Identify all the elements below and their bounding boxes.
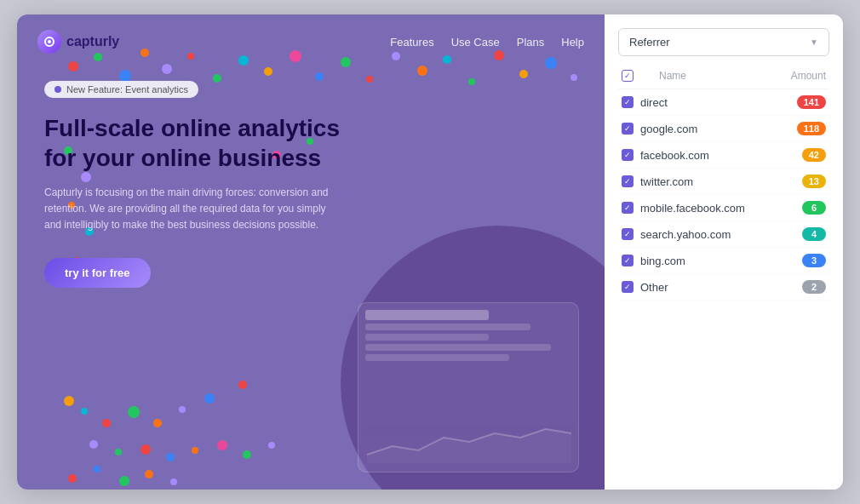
logo-icon bbox=[37, 30, 61, 54]
table-row: ✓ bing.com 3 bbox=[618, 248, 829, 274]
cta-button[interactable]: try it for free bbox=[44, 258, 151, 288]
check-icon: ✓ bbox=[624, 257, 631, 265]
referrer-name: bing.com bbox=[640, 255, 802, 267]
nav-features[interactable]: Features bbox=[390, 36, 433, 49]
dashboard-mockup bbox=[358, 302, 579, 472]
check-icon: ✓ bbox=[624, 152, 631, 159]
navbar: capturly Features Use Case Plans Help bbox=[17, 14, 605, 54]
decorative-dot bbox=[94, 466, 100, 472]
nav-help[interactable]: Help bbox=[561, 36, 584, 49]
table-row: ✓ Other 2 bbox=[618, 274, 829, 301]
decorative-dot bbox=[170, 478, 177, 485]
main-wrapper: capturly Features Use Case Plans Help Ne… bbox=[17, 14, 843, 490]
row-checkbox[interactable]: ✓ bbox=[622, 255, 634, 266]
row-checkbox[interactable]: ✓ bbox=[622, 149, 634, 161]
row-checkbox[interactable]: ✓ bbox=[622, 281, 634, 293]
hero-title: Full-scale online analyticsfor your onli… bbox=[44, 113, 577, 173]
hero-tag: New Feature: Event analytics bbox=[44, 81, 198, 98]
nav-plans[interactable]: Plans bbox=[517, 36, 545, 49]
col-name-header: Name bbox=[659, 70, 791, 82]
decorative-dot bbox=[238, 381, 247, 389]
decorative-dot bbox=[204, 393, 215, 404]
row-checkbox[interactable]: ✓ bbox=[622, 175, 634, 187]
check-icon: ✓ bbox=[624, 99, 631, 106]
check-icon: ✓ bbox=[624, 178, 631, 186]
row-checkbox[interactable]: ✓ bbox=[622, 123, 634, 135]
referrer-name: direct bbox=[640, 96, 797, 109]
table-row: ✓ mobile.facebook.com 6 bbox=[618, 195, 829, 221]
decorative-dot bbox=[102, 419, 111, 427]
table-row: ✓ twitter.com 13 bbox=[618, 169, 829, 195]
amount-badge: 118 bbox=[797, 122, 826, 135]
row-checkbox[interactable]: ✓ bbox=[622, 96, 634, 108]
decorative-dot bbox=[217, 440, 227, 450]
amount-badge: 141 bbox=[797, 95, 826, 109]
decorative-dot bbox=[140, 444, 151, 455]
row-checkbox[interactable]: ✓ bbox=[622, 202, 634, 214]
check-icon: ✓ bbox=[624, 231, 631, 238]
referrer-name: twitter.com bbox=[640, 175, 802, 188]
hero-section: New Feature: Event analytics Full-scale … bbox=[17, 54, 605, 288]
decorative-dot bbox=[81, 408, 88, 415]
table-row: ✓ google.com 118 bbox=[618, 116, 829, 142]
decorative-dot bbox=[145, 470, 153, 478]
decorative-dot bbox=[89, 440, 98, 449]
amount-badge: 3 bbox=[802, 254, 826, 267]
referrer-name: Other bbox=[640, 281, 802, 294]
chevron-down-icon: ▼ bbox=[810, 37, 818, 47]
amount-badge: 13 bbox=[802, 175, 826, 188]
decorative-dot bbox=[64, 396, 74, 406]
dropdown-container: Referrer ▼ bbox=[618, 28, 829, 56]
header-checkbox[interactable]: ✓ bbox=[622, 70, 634, 82]
referrer-rows: ✓ direct 141 ✓ google.com 118 ✓ facebook… bbox=[618, 89, 829, 301]
col-amount-header: Amount bbox=[791, 70, 826, 82]
table-header: ✓ Name Amount bbox=[618, 66, 829, 89]
referrer-dropdown[interactable]: Referrer ▼ bbox=[618, 28, 829, 56]
decorative-dot bbox=[268, 442, 275, 449]
decorative-dot bbox=[192, 447, 198, 454]
decorative-dot bbox=[128, 406, 140, 418]
nav-usecase[interactable]: Use Case bbox=[451, 36, 500, 49]
hero-tag-dot bbox=[54, 86, 61, 93]
table-row: ✓ search.yahoo.com 4 bbox=[618, 221, 829, 248]
table-row: ✓ facebook.com 42 bbox=[618, 142, 829, 169]
amount-badge: 2 bbox=[802, 280, 826, 294]
referrer-name: facebook.com bbox=[640, 149, 802, 162]
decorative-dot bbox=[119, 476, 129, 486]
table-row: ✓ direct 141 bbox=[618, 89, 829, 116]
logo-text: capturly bbox=[66, 34, 119, 49]
check-icon: ✓ bbox=[624, 284, 631, 291]
hero-description: Capturly is focusing on the main driving… bbox=[44, 185, 334, 234]
dropdown-label: Referrer bbox=[629, 36, 670, 49]
decorative-dot bbox=[179, 406, 186, 413]
logo: capturly bbox=[37, 30, 119, 54]
referrer-name: mobile.facebook.com bbox=[640, 202, 802, 215]
right-panel: Referrer ▼ ✓ Name Amount ✓ direct 141 ✓ … bbox=[605, 14, 843, 490]
amount-badge: 42 bbox=[802, 148, 826, 162]
row-checkbox[interactable]: ✓ bbox=[622, 228, 634, 240]
amount-badge: 6 bbox=[802, 201, 826, 215]
check-icon: ✓ bbox=[624, 125, 631, 133]
hero-tag-text: New Feature: Event analytics bbox=[66, 84, 188, 94]
decorative-dot bbox=[115, 449, 122, 455]
referrer-name: search.yahoo.com bbox=[640, 228, 802, 241]
check-icon: ✓ bbox=[624, 72, 631, 80]
check-icon: ✓ bbox=[624, 204, 631, 212]
decorative-dot bbox=[243, 450, 251, 459]
decorative-dot bbox=[166, 453, 175, 461]
nav-links: Features Use Case Plans Help bbox=[390, 36, 584, 49]
decorative-dot bbox=[153, 419, 162, 427]
amount-badge: 4 bbox=[802, 227, 826, 241]
left-panel: capturly Features Use Case Plans Help Ne… bbox=[17, 14, 605, 490]
referrer-name: google.com bbox=[640, 123, 797, 135]
svg-point-1 bbox=[48, 40, 51, 43]
decorative-dot bbox=[68, 474, 77, 483]
